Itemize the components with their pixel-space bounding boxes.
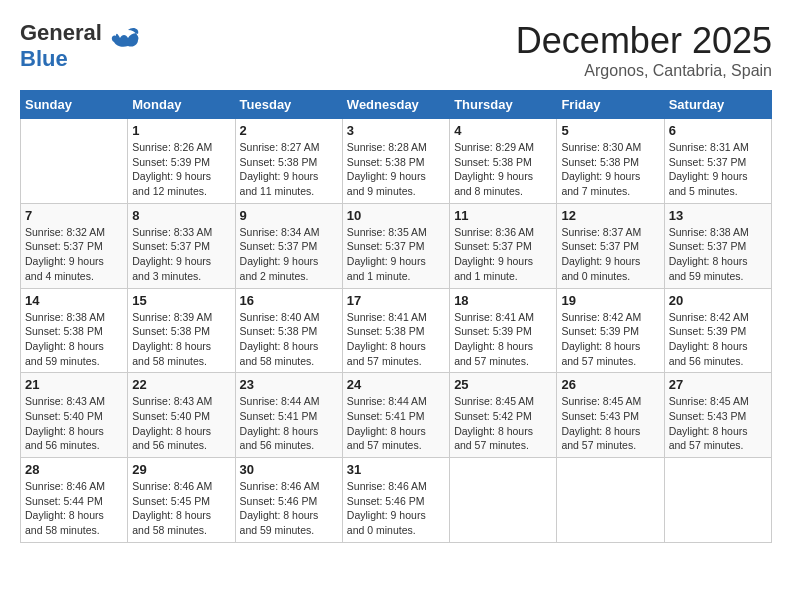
day-info: Sunrise: 8:45 AM Sunset: 5:43 PM Dayligh… bbox=[561, 394, 659, 453]
day-number: 14 bbox=[25, 293, 123, 308]
day-number: 25 bbox=[454, 377, 552, 392]
calendar-day-cell: 13Sunrise: 8:38 AM Sunset: 5:37 PM Dayli… bbox=[664, 203, 771, 288]
day-info: Sunrise: 8:44 AM Sunset: 5:41 PM Dayligh… bbox=[347, 394, 445, 453]
day-info: Sunrise: 8:36 AM Sunset: 5:37 PM Dayligh… bbox=[454, 225, 552, 284]
day-number: 3 bbox=[347, 123, 445, 138]
day-number: 31 bbox=[347, 462, 445, 477]
calendar-table: SundayMondayTuesdayWednesdayThursdayFrid… bbox=[20, 90, 772, 543]
day-number: 27 bbox=[669, 377, 767, 392]
calendar-day-cell: 28Sunrise: 8:46 AM Sunset: 5:44 PM Dayli… bbox=[21, 458, 128, 543]
calendar-day-cell: 22Sunrise: 8:43 AM Sunset: 5:40 PM Dayli… bbox=[128, 373, 235, 458]
day-info: Sunrise: 8:31 AM Sunset: 5:37 PM Dayligh… bbox=[669, 140, 767, 199]
month-title: December 2025 bbox=[516, 20, 772, 62]
day-info: Sunrise: 8:37 AM Sunset: 5:37 PM Dayligh… bbox=[561, 225, 659, 284]
day-info: Sunrise: 8:30 AM Sunset: 5:38 PM Dayligh… bbox=[561, 140, 659, 199]
day-info: Sunrise: 8:43 AM Sunset: 5:40 PM Dayligh… bbox=[132, 394, 230, 453]
day-of-week-header: Thursday bbox=[450, 91, 557, 119]
calendar-week-row: 28Sunrise: 8:46 AM Sunset: 5:44 PM Dayli… bbox=[21, 458, 772, 543]
calendar-week-row: 7Sunrise: 8:32 AM Sunset: 5:37 PM Daylig… bbox=[21, 203, 772, 288]
day-info: Sunrise: 8:45 AM Sunset: 5:43 PM Dayligh… bbox=[669, 394, 767, 453]
day-of-week-header: Sunday bbox=[21, 91, 128, 119]
days-of-week-row: SundayMondayTuesdayWednesdayThursdayFrid… bbox=[21, 91, 772, 119]
day-number: 19 bbox=[561, 293, 659, 308]
day-number: 20 bbox=[669, 293, 767, 308]
calendar-day-cell bbox=[450, 458, 557, 543]
day-number: 10 bbox=[347, 208, 445, 223]
calendar-header: SundayMondayTuesdayWednesdayThursdayFrid… bbox=[21, 91, 772, 119]
day-of-week-header: Friday bbox=[557, 91, 664, 119]
calendar-day-cell: 19Sunrise: 8:42 AM Sunset: 5:39 PM Dayli… bbox=[557, 288, 664, 373]
day-info: Sunrise: 8:29 AM Sunset: 5:38 PM Dayligh… bbox=[454, 140, 552, 199]
day-info: Sunrise: 8:32 AM Sunset: 5:37 PM Dayligh… bbox=[25, 225, 123, 284]
calendar-day-cell bbox=[21, 119, 128, 204]
calendar-body: 1Sunrise: 8:26 AM Sunset: 5:39 PM Daylig… bbox=[21, 119, 772, 543]
calendar-day-cell: 11Sunrise: 8:36 AM Sunset: 5:37 PM Dayli… bbox=[450, 203, 557, 288]
calendar-day-cell: 7Sunrise: 8:32 AM Sunset: 5:37 PM Daylig… bbox=[21, 203, 128, 288]
calendar-week-row: 21Sunrise: 8:43 AM Sunset: 5:40 PM Dayli… bbox=[21, 373, 772, 458]
day-info: Sunrise: 8:41 AM Sunset: 5:38 PM Dayligh… bbox=[347, 310, 445, 369]
calendar-day-cell: 6Sunrise: 8:31 AM Sunset: 5:37 PM Daylig… bbox=[664, 119, 771, 204]
day-number: 11 bbox=[454, 208, 552, 223]
calendar-day-cell: 21Sunrise: 8:43 AM Sunset: 5:40 PM Dayli… bbox=[21, 373, 128, 458]
day-info: Sunrise: 8:45 AM Sunset: 5:42 PM Dayligh… bbox=[454, 394, 552, 453]
calendar-day-cell: 15Sunrise: 8:39 AM Sunset: 5:38 PM Dayli… bbox=[128, 288, 235, 373]
day-number: 9 bbox=[240, 208, 338, 223]
calendar-day-cell: 17Sunrise: 8:41 AM Sunset: 5:38 PM Dayli… bbox=[342, 288, 449, 373]
title-area: December 2025 Argonos, Cantabria, Spain bbox=[516, 20, 772, 80]
calendar-week-row: 1Sunrise: 8:26 AM Sunset: 5:39 PM Daylig… bbox=[21, 119, 772, 204]
calendar-day-cell: 12Sunrise: 8:37 AM Sunset: 5:37 PM Dayli… bbox=[557, 203, 664, 288]
logo-text: General Blue bbox=[20, 20, 102, 72]
day-number: 5 bbox=[561, 123, 659, 138]
logo-blue: Blue bbox=[20, 46, 68, 71]
calendar-day-cell: 26Sunrise: 8:45 AM Sunset: 5:43 PM Dayli… bbox=[557, 373, 664, 458]
calendar-day-cell: 31Sunrise: 8:46 AM Sunset: 5:46 PM Dayli… bbox=[342, 458, 449, 543]
day-info: Sunrise: 8:28 AM Sunset: 5:38 PM Dayligh… bbox=[347, 140, 445, 199]
day-of-week-header: Tuesday bbox=[235, 91, 342, 119]
day-number: 2 bbox=[240, 123, 338, 138]
day-number: 18 bbox=[454, 293, 552, 308]
calendar-day-cell: 8Sunrise: 8:33 AM Sunset: 5:37 PM Daylig… bbox=[128, 203, 235, 288]
calendar-day-cell: 23Sunrise: 8:44 AM Sunset: 5:41 PM Dayli… bbox=[235, 373, 342, 458]
calendar-day-cell: 5Sunrise: 8:30 AM Sunset: 5:38 PM Daylig… bbox=[557, 119, 664, 204]
day-number: 16 bbox=[240, 293, 338, 308]
calendar-day-cell: 3Sunrise: 8:28 AM Sunset: 5:38 PM Daylig… bbox=[342, 119, 449, 204]
logo-bird-icon bbox=[108, 26, 140, 58]
calendar-day-cell: 16Sunrise: 8:40 AM Sunset: 5:38 PM Dayli… bbox=[235, 288, 342, 373]
calendar-week-row: 14Sunrise: 8:38 AM Sunset: 5:38 PM Dayli… bbox=[21, 288, 772, 373]
day-info: Sunrise: 8:27 AM Sunset: 5:38 PM Dayligh… bbox=[240, 140, 338, 199]
calendar-day-cell: 14Sunrise: 8:38 AM Sunset: 5:38 PM Dayli… bbox=[21, 288, 128, 373]
calendar-day-cell: 4Sunrise: 8:29 AM Sunset: 5:38 PM Daylig… bbox=[450, 119, 557, 204]
day-info: Sunrise: 8:46 AM Sunset: 5:46 PM Dayligh… bbox=[347, 479, 445, 538]
calendar-day-cell: 10Sunrise: 8:35 AM Sunset: 5:37 PM Dayli… bbox=[342, 203, 449, 288]
day-number: 1 bbox=[132, 123, 230, 138]
calendar-day-cell: 27Sunrise: 8:45 AM Sunset: 5:43 PM Dayli… bbox=[664, 373, 771, 458]
day-number: 4 bbox=[454, 123, 552, 138]
day-info: Sunrise: 8:33 AM Sunset: 5:37 PM Dayligh… bbox=[132, 225, 230, 284]
day-number: 24 bbox=[347, 377, 445, 392]
calendar-day-cell: 9Sunrise: 8:34 AM Sunset: 5:37 PM Daylig… bbox=[235, 203, 342, 288]
day-info: Sunrise: 8:44 AM Sunset: 5:41 PM Dayligh… bbox=[240, 394, 338, 453]
day-number: 17 bbox=[347, 293, 445, 308]
day-number: 22 bbox=[132, 377, 230, 392]
day-number: 21 bbox=[25, 377, 123, 392]
day-of-week-header: Saturday bbox=[664, 91, 771, 119]
day-number: 12 bbox=[561, 208, 659, 223]
calendar-day-cell: 1Sunrise: 8:26 AM Sunset: 5:39 PM Daylig… bbox=[128, 119, 235, 204]
day-number: 13 bbox=[669, 208, 767, 223]
calendar-day-cell bbox=[664, 458, 771, 543]
day-number: 30 bbox=[240, 462, 338, 477]
calendar-day-cell: 25Sunrise: 8:45 AM Sunset: 5:42 PM Dayli… bbox=[450, 373, 557, 458]
logo-general: General bbox=[20, 20, 102, 45]
day-of-week-header: Monday bbox=[128, 91, 235, 119]
day-info: Sunrise: 8:38 AM Sunset: 5:38 PM Dayligh… bbox=[25, 310, 123, 369]
day-info: Sunrise: 8:34 AM Sunset: 5:37 PM Dayligh… bbox=[240, 225, 338, 284]
day-info: Sunrise: 8:46 AM Sunset: 5:45 PM Dayligh… bbox=[132, 479, 230, 538]
day-info: Sunrise: 8:41 AM Sunset: 5:39 PM Dayligh… bbox=[454, 310, 552, 369]
day-of-week-header: Wednesday bbox=[342, 91, 449, 119]
calendar-day-cell: 2Sunrise: 8:27 AM Sunset: 5:38 PM Daylig… bbox=[235, 119, 342, 204]
day-info: Sunrise: 8:38 AM Sunset: 5:37 PM Dayligh… bbox=[669, 225, 767, 284]
day-info: Sunrise: 8:40 AM Sunset: 5:38 PM Dayligh… bbox=[240, 310, 338, 369]
day-number: 15 bbox=[132, 293, 230, 308]
day-number: 7 bbox=[25, 208, 123, 223]
day-info: Sunrise: 8:35 AM Sunset: 5:37 PM Dayligh… bbox=[347, 225, 445, 284]
